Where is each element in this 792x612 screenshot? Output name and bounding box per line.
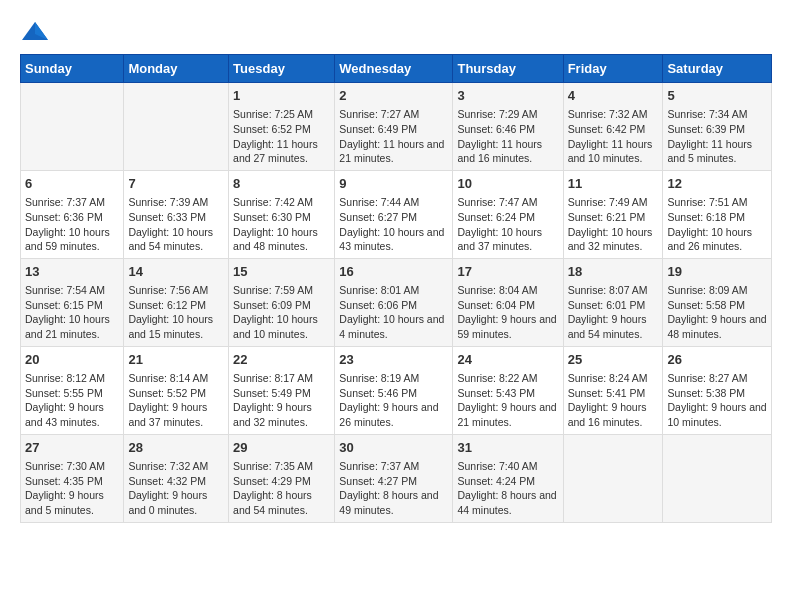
day-number: 14 <box>128 263 224 281</box>
column-header-thursday: Thursday <box>453 55 563 83</box>
week-row-5: 27Sunrise: 7:30 AM Sunset: 4:35 PM Dayli… <box>21 434 772 522</box>
day-number: 13 <box>25 263 119 281</box>
day-number: 23 <box>339 351 448 369</box>
day-number: 21 <box>128 351 224 369</box>
column-header-saturday: Saturday <box>663 55 772 83</box>
column-header-tuesday: Tuesday <box>229 55 335 83</box>
calendar-cell: 4Sunrise: 7:32 AM Sunset: 6:42 PM Daylig… <box>563 83 663 171</box>
logo <box>20 20 54 44</box>
day-info: Sunrise: 8:22 AM Sunset: 5:43 PM Dayligh… <box>457 371 558 430</box>
day-number: 9 <box>339 175 448 193</box>
day-info: Sunrise: 7:42 AM Sunset: 6:30 PM Dayligh… <box>233 195 330 254</box>
calendar-cell: 29Sunrise: 7:35 AM Sunset: 4:29 PM Dayli… <box>229 434 335 522</box>
day-number: 24 <box>457 351 558 369</box>
calendar-cell: 2Sunrise: 7:27 AM Sunset: 6:49 PM Daylig… <box>335 83 453 171</box>
calendar-cell <box>563 434 663 522</box>
calendar-cell <box>124 83 229 171</box>
calendar-cell: 1Sunrise: 7:25 AM Sunset: 6:52 PM Daylig… <box>229 83 335 171</box>
calendar-cell: 3Sunrise: 7:29 AM Sunset: 6:46 PM Daylig… <box>453 83 563 171</box>
day-number: 7 <box>128 175 224 193</box>
calendar-cell: 6Sunrise: 7:37 AM Sunset: 6:36 PM Daylig… <box>21 170 124 258</box>
calendar-cell <box>663 434 772 522</box>
day-number: 4 <box>568 87 659 105</box>
day-number: 19 <box>667 263 767 281</box>
day-info: Sunrise: 7:37 AM Sunset: 4:27 PM Dayligh… <box>339 459 448 518</box>
calendar-cell: 30Sunrise: 7:37 AM Sunset: 4:27 PM Dayli… <box>335 434 453 522</box>
week-row-2: 6Sunrise: 7:37 AM Sunset: 6:36 PM Daylig… <box>21 170 772 258</box>
day-number: 2 <box>339 87 448 105</box>
column-header-wednesday: Wednesday <box>335 55 453 83</box>
header <box>20 20 772 44</box>
calendar-cell: 18Sunrise: 8:07 AM Sunset: 6:01 PM Dayli… <box>563 258 663 346</box>
day-info: Sunrise: 8:14 AM Sunset: 5:52 PM Dayligh… <box>128 371 224 430</box>
calendar-cell: 10Sunrise: 7:47 AM Sunset: 6:24 PM Dayli… <box>453 170 563 258</box>
day-number: 28 <box>128 439 224 457</box>
day-info: Sunrise: 7:40 AM Sunset: 4:24 PM Dayligh… <box>457 459 558 518</box>
day-number: 26 <box>667 351 767 369</box>
day-number: 31 <box>457 439 558 457</box>
day-info: Sunrise: 8:09 AM Sunset: 5:58 PM Dayligh… <box>667 283 767 342</box>
day-info: Sunrise: 8:01 AM Sunset: 6:06 PM Dayligh… <box>339 283 448 342</box>
week-row-3: 13Sunrise: 7:54 AM Sunset: 6:15 PM Dayli… <box>21 258 772 346</box>
day-info: Sunrise: 8:12 AM Sunset: 5:55 PM Dayligh… <box>25 371 119 430</box>
day-info: Sunrise: 7:59 AM Sunset: 6:09 PM Dayligh… <box>233 283 330 342</box>
day-info: Sunrise: 7:54 AM Sunset: 6:15 PM Dayligh… <box>25 283 119 342</box>
calendar-cell: 13Sunrise: 7:54 AM Sunset: 6:15 PM Dayli… <box>21 258 124 346</box>
calendar-cell: 7Sunrise: 7:39 AM Sunset: 6:33 PM Daylig… <box>124 170 229 258</box>
day-info: Sunrise: 7:32 AM Sunset: 6:42 PM Dayligh… <box>568 107 659 166</box>
calendar-cell: 17Sunrise: 8:04 AM Sunset: 6:04 PM Dayli… <box>453 258 563 346</box>
calendar-cell: 28Sunrise: 7:32 AM Sunset: 4:32 PM Dayli… <box>124 434 229 522</box>
column-header-monday: Monday <box>124 55 229 83</box>
calendar-cell <box>21 83 124 171</box>
calendar-cell: 20Sunrise: 8:12 AM Sunset: 5:55 PM Dayli… <box>21 346 124 434</box>
day-info: Sunrise: 7:39 AM Sunset: 6:33 PM Dayligh… <box>128 195 224 254</box>
day-info: Sunrise: 8:27 AM Sunset: 5:38 PM Dayligh… <box>667 371 767 430</box>
day-info: Sunrise: 7:34 AM Sunset: 6:39 PM Dayligh… <box>667 107 767 166</box>
day-info: Sunrise: 7:51 AM Sunset: 6:18 PM Dayligh… <box>667 195 767 254</box>
calendar-cell: 5Sunrise: 7:34 AM Sunset: 6:39 PM Daylig… <box>663 83 772 171</box>
calendar-cell: 21Sunrise: 8:14 AM Sunset: 5:52 PM Dayli… <box>124 346 229 434</box>
day-info: Sunrise: 8:07 AM Sunset: 6:01 PM Dayligh… <box>568 283 659 342</box>
day-number: 11 <box>568 175 659 193</box>
day-number: 20 <box>25 351 119 369</box>
day-info: Sunrise: 7:32 AM Sunset: 4:32 PM Dayligh… <box>128 459 224 518</box>
day-info: Sunrise: 7:25 AM Sunset: 6:52 PM Dayligh… <box>233 107 330 166</box>
week-row-4: 20Sunrise: 8:12 AM Sunset: 5:55 PM Dayli… <box>21 346 772 434</box>
day-number: 5 <box>667 87 767 105</box>
day-number: 27 <box>25 439 119 457</box>
calendar-cell: 14Sunrise: 7:56 AM Sunset: 6:12 PM Dayli… <box>124 258 229 346</box>
day-number: 3 <box>457 87 558 105</box>
day-number: 22 <box>233 351 330 369</box>
day-info: Sunrise: 8:24 AM Sunset: 5:41 PM Dayligh… <box>568 371 659 430</box>
day-number: 29 <box>233 439 330 457</box>
day-number: 15 <box>233 263 330 281</box>
calendar-cell: 26Sunrise: 8:27 AM Sunset: 5:38 PM Dayli… <box>663 346 772 434</box>
day-number: 6 <box>25 175 119 193</box>
day-info: Sunrise: 7:49 AM Sunset: 6:21 PM Dayligh… <box>568 195 659 254</box>
day-number: 12 <box>667 175 767 193</box>
calendar-cell: 8Sunrise: 7:42 AM Sunset: 6:30 PM Daylig… <box>229 170 335 258</box>
day-info: Sunrise: 7:56 AM Sunset: 6:12 PM Dayligh… <box>128 283 224 342</box>
calendar-cell: 23Sunrise: 8:19 AM Sunset: 5:46 PM Dayli… <box>335 346 453 434</box>
day-number: 8 <box>233 175 330 193</box>
calendar-cell: 16Sunrise: 8:01 AM Sunset: 6:06 PM Dayli… <box>335 258 453 346</box>
day-info: Sunrise: 7:47 AM Sunset: 6:24 PM Dayligh… <box>457 195 558 254</box>
calendar-cell: 22Sunrise: 8:17 AM Sunset: 5:49 PM Dayli… <box>229 346 335 434</box>
day-number: 25 <box>568 351 659 369</box>
calendar-table: SundayMondayTuesdayWednesdayThursdayFrid… <box>20 54 772 523</box>
day-info: Sunrise: 7:30 AM Sunset: 4:35 PM Dayligh… <box>25 459 119 518</box>
day-number: 1 <box>233 87 330 105</box>
logo-icon <box>20 20 50 44</box>
day-number: 18 <box>568 263 659 281</box>
day-info: Sunrise: 7:44 AM Sunset: 6:27 PM Dayligh… <box>339 195 448 254</box>
calendar-cell: 15Sunrise: 7:59 AM Sunset: 6:09 PM Dayli… <box>229 258 335 346</box>
day-number: 10 <box>457 175 558 193</box>
day-info: Sunrise: 7:27 AM Sunset: 6:49 PM Dayligh… <box>339 107 448 166</box>
day-info: Sunrise: 7:29 AM Sunset: 6:46 PM Dayligh… <box>457 107 558 166</box>
day-info: Sunrise: 7:35 AM Sunset: 4:29 PM Dayligh… <box>233 459 330 518</box>
calendar-cell: 12Sunrise: 7:51 AM Sunset: 6:18 PM Dayli… <box>663 170 772 258</box>
day-info: Sunrise: 8:04 AM Sunset: 6:04 PM Dayligh… <box>457 283 558 342</box>
day-number: 17 <box>457 263 558 281</box>
calendar-cell: 27Sunrise: 7:30 AM Sunset: 4:35 PM Dayli… <box>21 434 124 522</box>
day-number: 16 <box>339 263 448 281</box>
